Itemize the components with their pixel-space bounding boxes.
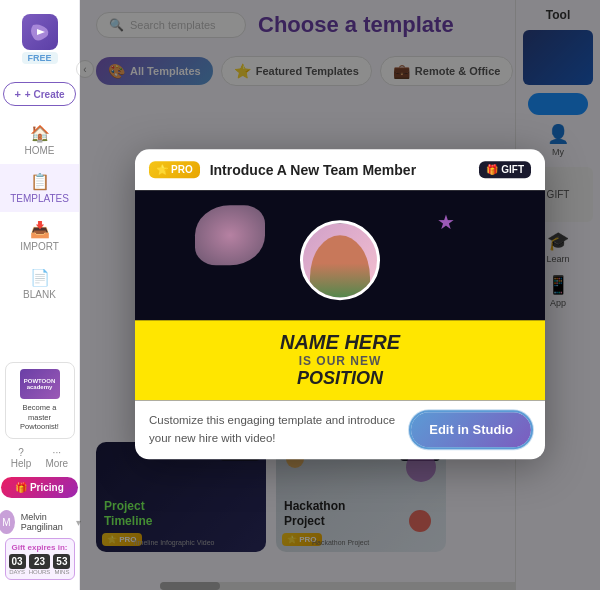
modal-header: ⭐ PRO Introduce A New Team Member 🎁 GIFT: [135, 149, 545, 190]
academy-card[interactable]: POWTOONacademy Become a master Powtoonis…: [5, 362, 75, 439]
academy-logo: POWTOONacademy: [20, 369, 60, 399]
pricing-button[interactable]: 🎁 Pricing: [1, 477, 78, 498]
sidebar-bottom: POWTOONacademy Become a master Powtoonis…: [0, 362, 79, 590]
preview-content: ★ Name Here is our new POSITION: [135, 190, 545, 400]
sidebar-logo: FREE: [22, 14, 58, 64]
free-badge: FREE: [22, 52, 58, 64]
preview-person-circle: [300, 220, 380, 300]
sidebar-nav: 🏠 HOME 📋 TEMPLATES 📥 IMPORT 📄 BLANK: [0, 116, 79, 308]
preview-yellow-section: Name Here is our new POSITION: [135, 320, 545, 400]
timer-mins: 53: [53, 554, 70, 569]
plus-icon: +: [14, 88, 20, 100]
timer-mins-label: MINS: [53, 569, 70, 575]
sidebar-item-home[interactable]: 🏠 HOME: [0, 116, 79, 164]
user-row[interactable]: M Melvin Pangilinan ▾: [0, 506, 89, 538]
user-name: Melvin Pangilinan: [21, 512, 70, 532]
home-icon: 🏠: [0, 124, 79, 143]
templates-icon: 📋: [0, 172, 79, 191]
preview-name-text: Name Here: [280, 331, 400, 354]
question-icon: ?: [11, 447, 32, 458]
modal-description-text: Customize this engaging template and int…: [149, 413, 401, 448]
ellipsis-icon: ···: [45, 447, 68, 458]
timer-hours: 23: [29, 554, 51, 569]
modal-preview: ★ Name Here is our new POSITION: [135, 190, 545, 400]
gift-icon-pricing: 🎁: [15, 482, 27, 493]
template-modal: ⭐ PRO Introduce A New Team Member 🎁 GIFT…: [135, 149, 545, 459]
sidebar-item-import[interactable]: 📥 IMPORT: [0, 212, 79, 260]
star-icon: ⭐: [156, 164, 168, 175]
sidebar-item-templates[interactable]: 📋 TEMPLATES: [0, 164, 79, 212]
help-more-row: ? Help ··· More: [11, 447, 68, 469]
modal-description-area: Customize this engaging template and int…: [135, 400, 545, 459]
pro-badge: ⭐ PRO: [149, 161, 200, 178]
person-silhouette: [310, 235, 370, 300]
gift-timer-label: Gift expires in:: [12, 543, 68, 552]
timer-days: 03: [9, 554, 26, 569]
preview-blob-decoration: [195, 205, 265, 265]
gift-icon-modal: 🎁: [486, 164, 498, 175]
create-button[interactable]: + + Create: [3, 82, 75, 106]
sidebar-item-blank[interactable]: 📄 BLANK: [0, 260, 79, 308]
timer-row: 03 DAYS 23 HOURS 53 MINS: [12, 554, 68, 575]
logo-icon: [22, 14, 58, 50]
avatar: M: [0, 510, 15, 534]
timer-days-label: DAYS: [9, 569, 26, 575]
preview-position-text: POSITION: [297, 368, 383, 389]
modal-title: Introduce A New Team Member: [210, 162, 470, 178]
main-content: 🔍 Search templates Choose a template 🎨 A…: [80, 0, 600, 590]
more-button[interactable]: ··· More: [45, 447, 68, 469]
sidebar: FREE + + Create 🏠 HOME 📋 TEMPLATES 📥 IMP…: [0, 0, 80, 590]
import-icon: 📥: [0, 220, 79, 239]
gift-badge: 🎁 GIFT: [479, 161, 531, 178]
blank-icon: 📄: [0, 268, 79, 287]
academy-text: Become a master Powtoonist!: [12, 403, 68, 432]
edit-in-studio-button[interactable]: Edit in Studio: [411, 412, 531, 447]
preview-star-decoration: ★: [437, 210, 455, 234]
gift-timer: Gift expires in: 03 DAYS 23 HOURS 53 MIN…: [5, 538, 75, 580]
timer-hours-label: HOURS: [29, 569, 51, 575]
preview-subtitle-text: is our new: [299, 354, 382, 368]
help-button[interactable]: ? Help: [11, 447, 32, 469]
